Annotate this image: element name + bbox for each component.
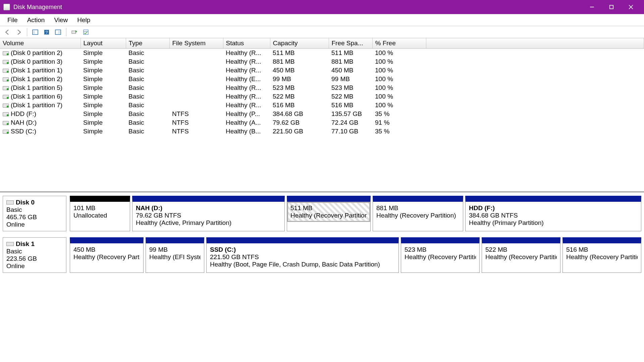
disk-state: Online: [6, 262, 63, 270]
cell-status: Healthy (R...: [223, 49, 270, 58]
svg-rect-1: [610, 5, 613, 9]
column-headers: Volume Layout Type File System Status Ca…: [0, 38, 644, 49]
back-button[interactable]: [3, 27, 12, 37]
col-pctfree[interactable]: % Free: [372, 38, 426, 49]
view-small-pane-button[interactable]: [53, 27, 63, 37]
partition-block[interactable]: SSD (C:)221.50 GB NTFSHealthy (Boot, Pag…: [206, 237, 399, 273]
menu-file[interactable]: File: [3, 15, 22, 25]
volume-name: (Disk 0 partition 2): [11, 49, 62, 56]
cell-free: 511 MB: [329, 49, 372, 58]
volume-icon: [3, 69, 9, 73]
cell-capacity: 881 MB: [270, 57, 329, 66]
cell-capacity: 522 MB: [270, 92, 329, 101]
help-button[interactable]: ?: [42, 27, 51, 37]
cell-free: 522 MB: [329, 92, 372, 101]
partition-desc: Healthy (Recovery Partition): [485, 253, 557, 261]
disk-graphical-view: Disk 0Basic465.76 GBOnline101 MBUnalloca…: [0, 192, 644, 362]
partition-block[interactable]: HDD (F:)384.68 GB NTFSHealthy (Primary P…: [465, 196, 641, 231]
cell-fs: [169, 101, 223, 110]
cell-pct: 100 %: [372, 83, 426, 92]
col-layout[interactable]: Layout: [80, 38, 126, 49]
partition-block[interactable]: 511 MBHealthy (Recovery Partition): [287, 196, 371, 231]
col-type[interactable]: Type: [126, 38, 169, 49]
col-filesystem[interactable]: File System: [169, 38, 223, 49]
col-freespace[interactable]: Free Spa...: [329, 38, 372, 49]
table-row[interactable]: (Disk 1 partition 1)SimpleBasicHealthy (…: [0, 66, 644, 75]
menu-action[interactable]: Action: [22, 15, 50, 25]
cell-type: Basic: [126, 83, 169, 92]
table-row[interactable]: (Disk 1 partition 5)SimpleBasicHealthy (…: [0, 83, 644, 92]
table-row[interactable]: (Disk 1 partition 2)SimpleBasicHealthy (…: [0, 75, 644, 83]
cell-pct: 100 %: [372, 92, 426, 101]
table-row[interactable]: (Disk 1 partition 7)SimpleBasicHealthy (…: [0, 101, 644, 110]
table-row[interactable]: NAH (D:)SimpleBasicNTFSHealthy (A...79.6…: [0, 118, 644, 127]
partition-title: NAH (D:): [136, 204, 281, 212]
cell-type: Basic: [126, 110, 169, 118]
disk-row: Disk 1Basic223.56 GBOnline450 MBHealthy …: [3, 237, 641, 273]
cell-status: Healthy (R...: [223, 101, 270, 110]
volume-name: (Disk 1 partition 7): [11, 102, 62, 109]
table-row[interactable]: HDD (F:)SimpleBasicNTFSHealthy (P...384.…: [0, 110, 644, 118]
cell-pct: 100 %: [372, 66, 426, 75]
cell-layout: Simple: [80, 75, 126, 83]
forward-button[interactable]: [14, 27, 23, 37]
menu-help[interactable]: Help: [72, 15, 95, 25]
refresh-button[interactable]: [70, 27, 79, 37]
cell-fs: [169, 92, 223, 101]
partition-desc: Healthy (EFI System Partition): [149, 253, 201, 261]
cell-fs: [169, 57, 223, 66]
svg-rect-11: [84, 30, 88, 35]
partition-title: HDD (F:): [469, 204, 638, 212]
close-button[interactable]: [621, 0, 641, 14]
volume-name: NAH (D:): [11, 119, 37, 126]
col-status[interactable]: Status: [223, 38, 270, 49]
disk-row: Disk 0Basic465.76 GBOnline101 MBUnalloca…: [3, 196, 641, 231]
properties-button[interactable]: [81, 27, 91, 37]
disk-info[interactable]: Disk 0Basic465.76 GBOnline: [3, 196, 66, 231]
cell-status: Healthy (R...: [223, 57, 270, 66]
table-row[interactable]: (Disk 0 partition 3)SimpleBasicHealthy (…: [0, 57, 644, 66]
svg-rect-10: [72, 31, 76, 34]
cell-fs: NTFS: [169, 118, 223, 127]
partition-block[interactable]: 101 MBUnallocated: [70, 196, 130, 231]
cell-status: Healthy (R...: [223, 92, 270, 101]
svg-text:?: ?: [45, 30, 48, 35]
col-blank: [426, 38, 644, 49]
partition-size: 522 MB: [485, 246, 557, 253]
cell-layout: Simple: [80, 57, 126, 66]
cell-layout: Simple: [80, 49, 126, 58]
col-capacity[interactable]: Capacity: [270, 38, 329, 49]
partition-block[interactable]: NAH (D:)79.62 GB NTFSHealthy (Active, Pr…: [132, 196, 285, 231]
table-row[interactable]: (Disk 1 partition 6)SimpleBasicHealthy (…: [0, 92, 644, 101]
partition-desc: Healthy (Recovery Partition): [290, 212, 367, 219]
table-row[interactable]: (Disk 0 partition 2)SimpleBasicHealthy (…: [0, 49, 644, 58]
window-title: Disk Management: [13, 4, 62, 11]
menu-view[interactable]: View: [49, 15, 72, 25]
partition-block[interactable]: 523 MBHealthy (Recovery Partition): [401, 237, 480, 273]
cell-capacity: 221.50 GB: [270, 127, 329, 136]
toolbar-separator: [27, 28, 27, 36]
disk-info[interactable]: Disk 1Basic223.56 GBOnline: [3, 237, 66, 273]
cell-free: 450 MB: [329, 66, 372, 75]
partition-desc: Unallocated: [73, 212, 126, 219]
cell-capacity: 511 MB: [270, 49, 329, 58]
volume-icon: [3, 60, 9, 64]
cell-free: 516 MB: [329, 101, 372, 110]
cell-layout: Simple: [80, 127, 126, 136]
cell-capacity: 79.62 GB: [270, 118, 329, 127]
partition-block[interactable]: 450 MBHealthy (Recovery Partition): [70, 237, 144, 273]
view-pane-button[interactable]: [31, 27, 40, 37]
maximize-button[interactable]: [602, 0, 621, 14]
cell-type: Basic: [126, 66, 169, 75]
partition-block[interactable]: 522 MBHealthy (Recovery Partition): [482, 237, 560, 273]
col-volume[interactable]: Volume: [0, 38, 80, 49]
partition-block[interactable]: 99 MBHealthy (EFI System Partition): [146, 237, 204, 273]
volume-icon: [3, 112, 9, 116]
cell-layout: Simple: [80, 118, 126, 127]
partition-block[interactable]: 516 MBHealthy (Recovery Partition): [562, 237, 641, 273]
table-row[interactable]: SSD (C:)SimpleBasicNTFSHealthy (B...221.…: [0, 127, 644, 136]
minimize-button[interactable]: [582, 0, 602, 14]
partition-block[interactable]: 881 MBHealthy (Recovery Partition): [373, 196, 463, 231]
cell-type: Basic: [126, 57, 169, 66]
volume-list: Volume Layout Type File System Status Ca…: [0, 38, 644, 192]
